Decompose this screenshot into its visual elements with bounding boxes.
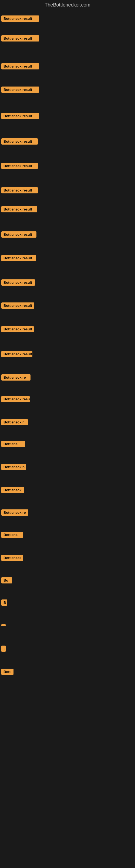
bottleneck-badge: Bottleneck result	[1, 113, 39, 119]
bottleneck-badge: Bottleneck re	[1, 509, 28, 516]
bottleneck-badge-row: Bottleneck result	[1, 396, 30, 403]
bottleneck-badge: Bottleneck result	[1, 163, 38, 169]
bottleneck-badge-row: Bottleneck result	[1, 326, 34, 333]
bottleneck-badge-row: Bottleneck r	[1, 419, 28, 426]
bottleneck-badge: Bottleneck result	[1, 187, 38, 193]
bottleneck-badge-row: Bott	[1, 669, 13, 676]
bottleneck-badge: B	[1, 599, 7, 606]
bottleneck-badge: Bottleneck result	[1, 35, 39, 41]
bottleneck-badge-row: Bo	[1, 577, 12, 585]
bottleneck-badge: Bottleneck result	[1, 279, 35, 286]
bottleneck-badge-row: Bottleneck result	[1, 113, 39, 120]
bottleneck-badge-row: Bottleneck	[1, 487, 24, 494]
bottleneck-badge: Bottleneck result	[1, 138, 38, 145]
bottleneck-badge: Bottleneck result	[1, 396, 30, 402]
bottleneck-badge: Bottleneck result	[1, 255, 36, 261]
bottleneck-badge: Bottleneck result	[1, 326, 34, 332]
bottleneck-badge-row: Bottleneck result	[1, 255, 36, 262]
bottleneck-badge: Bottleneck n	[1, 464, 26, 470]
bottleneck-badge: Bottleneck	[1, 487, 24, 493]
bottleneck-badge	[1, 624, 6, 626]
bottleneck-badge-row: Bottleneck result	[1, 231, 37, 239]
bottleneck-badge-row: Bottlene	[1, 532, 23, 539]
bottleneck-badge: Bottleneck result	[1, 206, 37, 212]
bottleneck-badge-row: :	[1, 646, 6, 653]
bottleneck-badge: Bottleneck result	[1, 63, 39, 69]
bottleneck-badge-row: Bottleneck re	[1, 509, 28, 517]
bottleneck-badge: Bottleneck result	[1, 303, 34, 309]
site-title: TheBottlenecker.com	[0, 0, 135, 10]
bottleneck-badge: Bottlene	[1, 532, 23, 538]
bottleneck-badge-row: Bottleneck result	[1, 63, 39, 70]
bottleneck-badge: Bottlene	[1, 441, 25, 447]
bottleneck-badge: Bo	[1, 577, 12, 584]
page-wrapper: TheBottlenecker.com Bottleneck resultBot…	[0, 0, 135, 868]
bottleneck-badge: Bottleneck result	[1, 351, 32, 357]
bottleneck-badge-row: Bottleneck n	[1, 464, 26, 471]
bottleneck-badge-row: B	[1, 599, 7, 607]
bottleneck-badge-row: Bottleneck re	[1, 374, 31, 382]
bottleneck-badge: Bottleneck re	[1, 374, 31, 380]
bottleneck-badge-row: Bottleneck result	[1, 206, 37, 214]
bottleneck-badge: Bottleneck result	[1, 231, 37, 238]
bottleneck-badge-row	[1, 622, 6, 627]
bottleneck-badge-row: Bottleneck result	[1, 16, 39, 23]
bottleneck-badge: Bottleneck	[1, 555, 23, 561]
bottleneck-badge: :	[1, 646, 6, 652]
bottleneck-badge-row: Bottleneck	[1, 555, 23, 562]
bottleneck-badge: Bottleneck result	[1, 87, 39, 93]
bottleneck-badge-row: Bottleneck result	[1, 138, 38, 146]
bottleneck-badge: Bott	[1, 669, 13, 675]
bottleneck-badge-row: Bottleneck result	[1, 303, 34, 310]
bottleneck-badge-row: Bottleneck result	[1, 187, 38, 194]
bottleneck-badge-row: Bottleneck result	[1, 87, 39, 94]
bottleneck-badge-row: Bottleneck result	[1, 163, 38, 170]
bottleneck-badge-row: Bottleneck result	[1, 351, 32, 358]
bottleneck-badge-row: Bottlene	[1, 441, 25, 448]
bottleneck-badge-row: Bottleneck result	[1, 35, 39, 42]
bottleneck-badge-row: Bottleneck result	[1, 279, 35, 287]
bottleneck-badge: Bottleneck r	[1, 419, 28, 425]
bottleneck-badge: Bottleneck result	[1, 16, 39, 22]
